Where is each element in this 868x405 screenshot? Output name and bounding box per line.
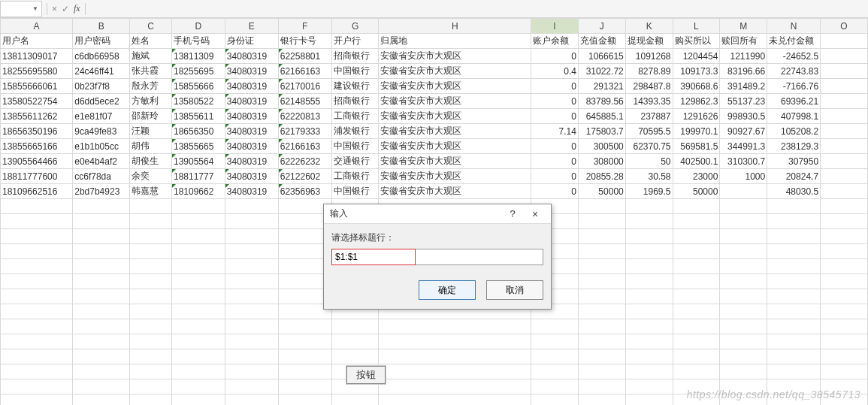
cell[interactable]: 安徽省安庆市大观区 bbox=[379, 94, 531, 109]
cell[interactable] bbox=[578, 364, 625, 379]
cell[interactable] bbox=[821, 154, 868, 169]
cell[interactable] bbox=[379, 349, 531, 364]
cell[interactable] bbox=[531, 394, 579, 406]
cell[interactable] bbox=[331, 394, 379, 406]
cell[interactable]: 62226232 bbox=[278, 154, 331, 169]
cell[interactable] bbox=[578, 349, 625, 364]
cell[interactable]: 34080319 bbox=[225, 49, 278, 64]
cell[interactable] bbox=[578, 259, 625, 274]
cell[interactable] bbox=[767, 214, 821, 229]
cell[interactable]: 18109662 bbox=[171, 184, 225, 199]
macro-button[interactable]: 按钮 bbox=[346, 366, 386, 384]
cell[interactable] bbox=[73, 214, 130, 229]
cell[interactable] bbox=[625, 199, 673, 214]
cell[interactable] bbox=[767, 379, 821, 394]
cell[interactable] bbox=[720, 319, 767, 334]
cell[interactable]: 344991.3 bbox=[720, 139, 767, 154]
cell[interactable] bbox=[130, 229, 172, 244]
cell[interactable]: c6db66958 bbox=[73, 49, 130, 64]
cell[interactable] bbox=[673, 394, 720, 406]
cell[interactable] bbox=[278, 364, 331, 379]
cell[interactable]: 汪颖 bbox=[130, 124, 172, 139]
cell[interactable]: 中国银行 bbox=[331, 139, 379, 154]
cell[interactable] bbox=[1, 289, 73, 304]
cell[interactable] bbox=[578, 274, 625, 289]
header-cell[interactable]: 归属地 bbox=[379, 34, 531, 49]
cell[interactable]: 13855665166 bbox=[1, 139, 73, 154]
cell[interactable] bbox=[1, 229, 73, 244]
column-header[interactable]: K bbox=[625, 19, 673, 34]
header-cell[interactable]: 开户行 bbox=[331, 34, 379, 49]
cell[interactable] bbox=[821, 274, 868, 289]
header-cell[interactable]: 银行卡号 bbox=[278, 34, 331, 49]
cell[interactable] bbox=[171, 289, 225, 304]
cell[interactable]: 390668.6 bbox=[673, 79, 720, 94]
cell[interactable]: 34080319 bbox=[225, 64, 278, 79]
cell[interactable] bbox=[767, 364, 821, 379]
cell[interactable]: 70595.5 bbox=[625, 124, 673, 139]
cell[interactable]: 50000 bbox=[578, 184, 625, 199]
column-header[interactable]: L bbox=[673, 19, 720, 34]
cell[interactable]: 310300.7 bbox=[720, 154, 767, 169]
cell[interactable] bbox=[821, 79, 868, 94]
cell[interactable] bbox=[225, 289, 278, 304]
cell[interactable]: 62166163 bbox=[278, 64, 331, 79]
cell[interactable]: 13855665 bbox=[171, 139, 225, 154]
column-header[interactable]: I bbox=[531, 19, 579, 34]
cell[interactable]: 1000 bbox=[720, 169, 767, 184]
cell[interactable]: 14393.35 bbox=[625, 94, 673, 109]
dialog-titlebar[interactable]: 输入 ? × bbox=[324, 204, 551, 224]
cell[interactable] bbox=[578, 334, 625, 349]
header-cell[interactable]: 姓名 bbox=[130, 34, 172, 49]
cell[interactable] bbox=[767, 334, 821, 349]
cell[interactable] bbox=[331, 319, 379, 334]
cell[interactable]: 18656350 bbox=[171, 124, 225, 139]
cell[interactable] bbox=[73, 199, 130, 214]
cell[interactable] bbox=[720, 394, 767, 406]
cell[interactable]: 175803.7 bbox=[578, 124, 625, 139]
cell[interactable] bbox=[720, 244, 767, 259]
cell[interactable] bbox=[225, 364, 278, 379]
cell[interactable] bbox=[821, 94, 868, 109]
cell[interactable]: 安徽省安庆市大观区 bbox=[379, 49, 531, 64]
cell[interactable]: 62166163 bbox=[278, 139, 331, 154]
cell[interactable]: 9ca49fe83 bbox=[73, 124, 130, 139]
cell[interactable] bbox=[171, 244, 225, 259]
cell[interactable]: 0 bbox=[531, 154, 579, 169]
cell[interactable] bbox=[767, 349, 821, 364]
cell[interactable] bbox=[130, 349, 172, 364]
cell[interactable] bbox=[278, 334, 331, 349]
cell[interactable]: 13811309017 bbox=[1, 49, 73, 64]
cell[interactable] bbox=[720, 379, 767, 394]
cell[interactable]: 余奕 bbox=[130, 169, 172, 184]
cell[interactable] bbox=[379, 319, 531, 334]
cell[interactable]: 69396.21 bbox=[767, 94, 821, 109]
cell[interactable]: 0 bbox=[531, 49, 579, 64]
cell[interactable] bbox=[673, 199, 720, 214]
cell[interactable] bbox=[130, 244, 172, 259]
cell[interactable] bbox=[73, 319, 130, 334]
cell[interactable]: 建设银行 bbox=[331, 79, 379, 94]
cell[interactable]: 569581.5 bbox=[673, 139, 720, 154]
header-cell[interactable]: 赎回所有 bbox=[720, 34, 767, 49]
cell[interactable]: 15855666 bbox=[171, 79, 225, 94]
cell[interactable] bbox=[331, 349, 379, 364]
cell[interactable]: 238129.3 bbox=[767, 139, 821, 154]
header-cell[interactable]: 用户密码 bbox=[73, 34, 130, 49]
cell[interactable]: 105208.2 bbox=[767, 124, 821, 139]
cell[interactable]: 交通银行 bbox=[331, 154, 379, 169]
cell[interactable] bbox=[578, 304, 625, 319]
cell[interactable]: -24652.5 bbox=[767, 49, 821, 64]
cell[interactable]: 安徽省安庆市大观区 bbox=[379, 169, 531, 184]
cell[interactable]: 工商银行 bbox=[331, 109, 379, 124]
cell[interactable] bbox=[171, 199, 225, 214]
cell[interactable]: 34080319 bbox=[225, 124, 278, 139]
cell[interactable]: 13855611262 bbox=[1, 109, 73, 124]
column-header[interactable]: B bbox=[73, 19, 130, 34]
cell[interactable]: 407998.1 bbox=[767, 109, 821, 124]
cell[interactable] bbox=[625, 304, 673, 319]
cell[interactable] bbox=[673, 334, 720, 349]
cell[interactable]: 22743.83 bbox=[767, 64, 821, 79]
cell[interactable] bbox=[720, 364, 767, 379]
cell[interactable]: 62356963 bbox=[278, 184, 331, 199]
